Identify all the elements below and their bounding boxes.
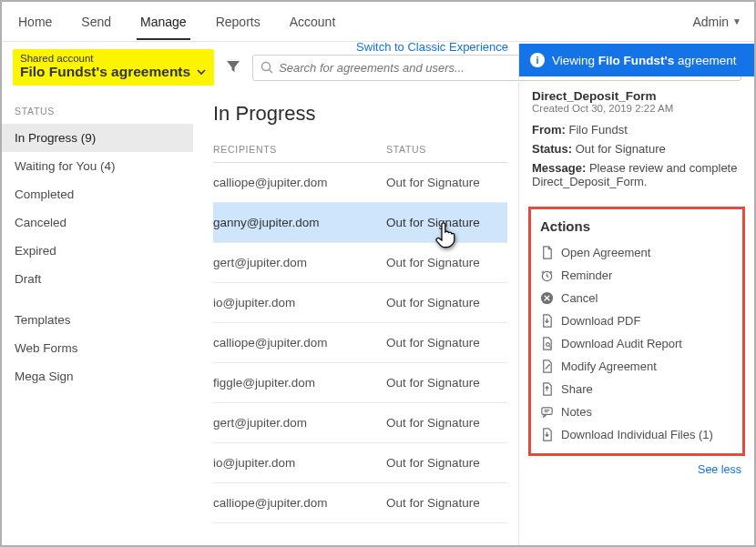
sidebar-heading: STATUS: [2, 106, 193, 124]
clock-icon: [540, 268, 554, 282]
sidebar-item-in-progress[interactable]: In Progress (9): [2, 124, 193, 152]
sidebar-item-waiting[interactable]: Waiting for You (4): [2, 152, 193, 180]
see-less-link[interactable]: See less: [519, 460, 754, 483]
cell-recipient: gert@jupiter.dom: [213, 256, 386, 269]
cell-status: Out for Signature: [386, 496, 507, 510]
file-icon: [540, 246, 554, 259]
action-download-audit[interactable]: Download Audit Report: [540, 332, 733, 355]
action-cancel[interactable]: Cancel: [540, 287, 733, 309]
nav-reports[interactable]: Reports: [212, 4, 264, 40]
table-row[interactable]: ganny@jupiter.dom Out for Signature: [213, 203, 507, 243]
cell-status: Out for Signature: [386, 176, 507, 189]
details-panel: i Viewing Filo Fundst's agreement Direct…: [518, 44, 754, 547]
cell-status: Out for Signature: [386, 416, 507, 430]
cell-recipient: io@jupiter.dom: [213, 456, 386, 470]
from-label: From:: [532, 123, 566, 137]
sidebar-item-megasign[interactable]: Mega Sign: [2, 362, 193, 390]
download-icon: [540, 314, 554, 328]
cell-status: Out for Signature: [386, 336, 507, 349]
table-row[interactable]: gert@jupiter.dom Out for Signature: [213, 403, 507, 443]
action-open-agreement[interactable]: Open Agreement: [540, 241, 733, 264]
classic-experience-link[interactable]: Switch to Classic Experience: [356, 40, 508, 54]
cell-status: Out for Signature: [386, 376, 507, 390]
cell-status: Out for Signature: [386, 216, 507, 229]
search-icon: [261, 61, 273, 74]
sidebar: STATUS In Progress (9) Waiting for You (…: [2, 93, 193, 547]
share-icon: [540, 382, 554, 396]
cell-recipient: calliope@jupiter.dom: [213, 336, 386, 349]
list-title: In Progress: [213, 102, 507, 126]
message-label: Message:: [532, 161, 586, 175]
table-row[interactable]: calliope@jupiter.dom Out for Signature: [213, 483, 507, 523]
svg-point-0: [262, 63, 271, 71]
doc-created: Created Oct 30, 2019 2:22 AM: [532, 103, 741, 114]
sidebar-item-expired[interactable]: Expired: [2, 237, 193, 265]
chevron-down-icon: ▼: [732, 16, 741, 26]
chevron-down-icon: [196, 66, 207, 77]
action-reminder[interactable]: Reminder: [540, 264, 733, 287]
cell-recipient: figgle@jupiter.dom: [213, 376, 386, 390]
top-nav: Home Send Manage Reports Account Admin ▼: [2, 2, 754, 42]
table-row[interactable]: calliope@jupiter.dom Out for Signature: [213, 323, 507, 363]
col-header-status: STATUS: [386, 144, 507, 155]
table-row[interactable]: io@jupiter.dom Out for Signature: [213, 283, 507, 323]
nav-account[interactable]: Account: [286, 4, 340, 40]
sidebar-item-webforms[interactable]: Web Forms: [2, 334, 193, 362]
sidebar-item-templates[interactable]: Templates: [2, 306, 193, 334]
status-value: Out for Signature: [576, 142, 666, 156]
nav-send[interactable]: Send: [77, 4, 115, 40]
agreements-list-panel: In Progress RECIPIENTS STATUS calliope@j…: [193, 93, 518, 547]
audit-icon: [540, 337, 554, 350]
from-value: Filo Fundst: [568, 123, 627, 137]
action-share[interactable]: Share: [540, 378, 733, 400]
filter-icon[interactable]: [225, 58, 241, 77]
shared-account-selector[interactable]: Shared account Filo Fundst's agreements: [13, 49, 214, 86]
actions-panel: Actions Open Agreement Reminder Cancel D…: [528, 207, 745, 456]
cell-status: Out for Signature: [386, 456, 507, 470]
table-row[interactable]: io@jupiter.dom Out for Signature: [213, 443, 507, 483]
svg-point-4: [547, 343, 550, 347]
doc-title: Direct_Deposit_Form: [532, 89, 741, 103]
action-download-pdf[interactable]: Download PDF: [540, 309, 733, 332]
user-menu[interactable]: Admin ▼: [692, 15, 741, 29]
user-name: Admin: [692, 15, 729, 29]
table-row[interactable]: figgle@jupiter.dom Out for Signature: [213, 363, 507, 403]
cancel-icon: [540, 291, 554, 305]
action-notes[interactable]: Notes: [540, 400, 733, 423]
nav-home[interactable]: Home: [15, 4, 56, 40]
notes-icon: [540, 405, 554, 419]
sidebar-item-canceled[interactable]: Canceled: [2, 208, 193, 237]
table-row[interactable]: gert@jupiter.dom Out for Signature: [213, 243, 507, 283]
sidebar-item-draft[interactable]: Draft: [2, 265, 193, 293]
action-download-individual[interactable]: Download Individual Files (1): [540, 423, 733, 446]
cell-recipient: io@jupiter.dom: [213, 296, 386, 309]
svg-rect-5: [542, 408, 552, 415]
cell-status: Out for Signature: [386, 256, 507, 269]
sidebar-item-completed[interactable]: Completed: [2, 180, 193, 208]
cell-recipient: calliope@jupiter.dom: [213, 496, 386, 510]
table-row[interactable]: calliope@jupiter.dom Out for Signature: [213, 163, 507, 203]
actions-heading: Actions: [540, 218, 733, 234]
action-modify-agreement[interactable]: Modify Agreement: [540, 355, 733, 378]
info-icon: i: [530, 53, 545, 67]
status-label: Status:: [532, 142, 572, 156]
col-header-recipients: RECIPIENTS: [213, 144, 386, 155]
cell-recipient: calliope@jupiter.dom: [213, 176, 386, 189]
cell-recipient: ganny@jupiter.dom: [213, 216, 386, 229]
edit-icon: [540, 360, 554, 373]
shared-account-label: Shared account: [20, 53, 207, 64]
svg-line-1: [270, 70, 273, 74]
download-icon: [540, 428, 554, 441]
details-banner: i Viewing Filo Fundst's agreement: [519, 44, 754, 76]
cell-recipient: gert@jupiter.dom: [213, 416, 386, 430]
cell-status: Out for Signature: [386, 296, 507, 309]
shared-account-name: Filo Fundst's agreements: [20, 64, 190, 80]
nav-manage[interactable]: Manage: [137, 4, 190, 40]
